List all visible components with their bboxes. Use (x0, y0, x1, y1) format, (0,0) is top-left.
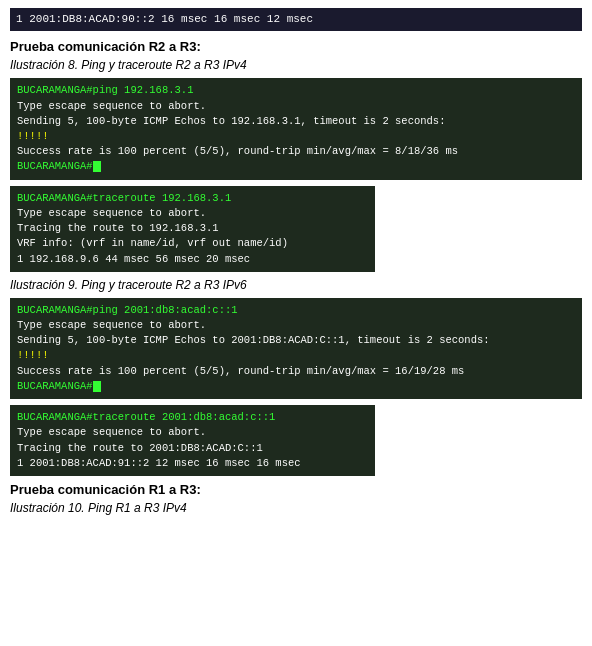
ipv6-ping-line-3: Sending 5, 100-byte ICMP Echos to 2001:D… (17, 333, 575, 348)
ipv6-trace-line-3: Tracing the route to 2001:DB8:ACAD:C::1 (17, 441, 368, 456)
section3-title: Prueba comunicación R1 a R3: (10, 482, 582, 497)
top-terminal-text: 1 2001:DB8:ACAD:90::2 16 msec 16 msec 12… (16, 13, 313, 25)
caption-9: Ilustración 9. Ping y traceroute R2 a R3… (10, 278, 582, 292)
terminal-line-1: BUCARAMANGA#ping 192.168.3.1 (17, 83, 575, 98)
caption-10: Ilustración 10. Ping R1 a R3 IPv4 (10, 501, 582, 515)
ipv6-ping-line-6: BUCARAMANGA# (17, 379, 575, 394)
terminal-line-6: BUCARAMANGA# (17, 159, 575, 174)
trace-line-5: 1 192.168.9.6 44 msec 56 msec 20 msec (17, 252, 368, 267)
terminal-line-3: Sending 5, 100-byte ICMP Echos to 192.16… (17, 114, 575, 129)
caption-8: Ilustración 8. Ping y traceroute R2 a R3… (10, 58, 582, 72)
trace-r2-r3-ipv6-terminal: BUCARAMANGA#traceroute 2001:db8:acad:c::… (10, 405, 375, 476)
ipv6-ping-line-4: !!!!! (17, 348, 575, 363)
terminal-line-5: Success rate is 100 percent (5/5), round… (17, 144, 575, 159)
ipv6-trace-line-5: 1 2001:DB8:ACAD:91::2 12 msec 16 msec 16… (17, 456, 368, 471)
top-terminal: 1 2001:DB8:ACAD:90::2 16 msec 16 msec 12… (10, 8, 582, 31)
ipv6-trace-line-1: BUCARAMANGA#traceroute 2001:db8:acad:c::… (17, 410, 368, 425)
ipv6-trace-line-2: Type escape sequence to abort. (17, 425, 368, 440)
ping-r2-r3-ipv4-terminal: BUCARAMANGA#ping 192.168.3.1 Type escape… (10, 78, 582, 179)
ipv6-ping-line-1: BUCARAMANGA#ping 2001:db8:acad:c::1 (17, 303, 575, 318)
trace-line-4: VRF info: (vrf in name/id, vrf out name/… (17, 236, 368, 251)
terminal-line-2: Type escape sequence to abort. (17, 99, 575, 114)
terminal-line-4: !!!!! (17, 129, 575, 144)
trace-line-2: Type escape sequence to abort. (17, 206, 368, 221)
trace-line-1: BUCARAMANGA#traceroute 192.168.3.1 (17, 191, 368, 206)
ipv6-ping-line-2: Type escape sequence to abort. (17, 318, 575, 333)
cursor-2 (93, 381, 101, 392)
cursor (93, 161, 101, 172)
section1-title: Prueba comunicación R2 a R3: (10, 39, 582, 54)
trace-r2-r3-ipv4-terminal: BUCARAMANGA#traceroute 192.168.3.1 Type … (10, 186, 375, 272)
trace-line-3: Tracing the route to 192.168.3.1 (17, 221, 368, 236)
ping-r2-r3-ipv6-terminal: BUCARAMANGA#ping 2001:db8:acad:c::1 Type… (10, 298, 582, 399)
ipv6-ping-line-5: Success rate is 100 percent (5/5), round… (17, 364, 575, 379)
